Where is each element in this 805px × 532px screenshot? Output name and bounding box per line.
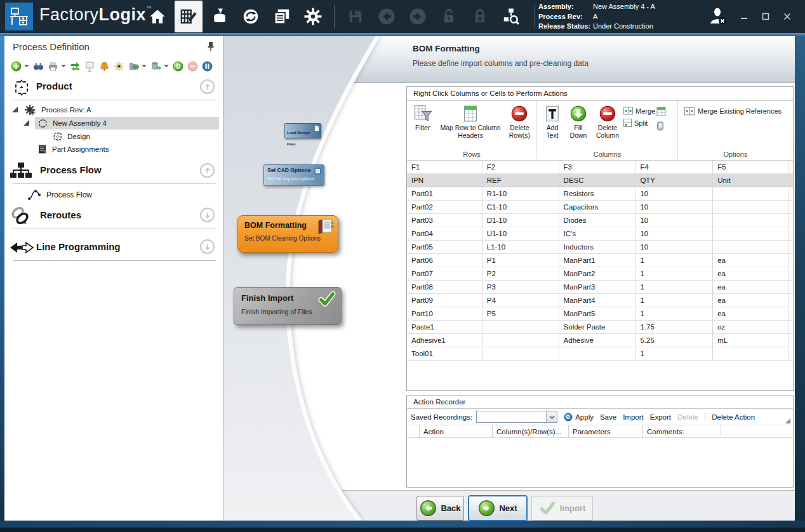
- table-row[interactable]: Part01R1-10Resistors10: [407, 187, 793, 201]
- flow-step-load-design-files[interactable]: Load Design Files: [284, 123, 321, 138]
- home-button[interactable]: [143, 3, 171, 30]
- table-cell[interactable]: IC's: [559, 227, 636, 241]
- minimize-button[interactable]: [738, 10, 750, 23]
- table-cell[interactable]: DESC: [559, 174, 636, 187]
- table-cell[interactable]: Diodes: [559, 214, 636, 227]
- print-icon[interactable]: [48, 61, 58, 72]
- export-package-icon[interactable]: [128, 61, 139, 72]
- apply-button[interactable]: Apply: [575, 413, 594, 421]
- table-cell[interactable]: QTY: [635, 174, 713, 187]
- refresh-circle-icon[interactable]: [173, 61, 183, 72]
- settings-button[interactable]: [299, 3, 327, 30]
- section-product[interactable]: Product: [4, 77, 223, 98]
- save-recording-button[interactable]: Save: [600, 413, 616, 421]
- table-cell[interactable]: Tool01: [407, 347, 482, 361]
- gear-pale-icon[interactable]: [114, 61, 124, 72]
- table-row[interactable]: Paste1Solder Paste1.75oz: [407, 321, 793, 334]
- table-cell[interactable]: [713, 187, 788, 201]
- collapse-up-button[interactable]: [200, 79, 215, 94]
- table-cell[interactable]: [713, 227, 788, 241]
- table-cell[interactable]: ea: [713, 294, 788, 307]
- delete-rows-button[interactable]: Delete Row(s): [505, 103, 534, 140]
- import-recording-button[interactable]: Import: [623, 413, 644, 421]
- table-cell[interactable]: L1-10: [482, 241, 559, 254]
- import-button-disabled[interactable]: Import: [531, 496, 593, 521]
- add-icon[interactable]: [11, 61, 22, 72]
- sync-button[interactable]: [237, 3, 265, 30]
- tree-item-part-assignments[interactable]: Part Assignments: [35, 143, 219, 156]
- table-cell[interactable]: 1.75: [635, 321, 713, 334]
- database-delete-icon[interactable]: [150, 61, 161, 72]
- table-cell[interactable]: F5: [713, 161, 788, 174]
- expander-expanded-icon[interactable]: [23, 120, 29, 126]
- delete-recording-button-disabled[interactable]: Delete: [677, 413, 698, 421]
- table-cell[interactable]: 1: [635, 254, 713, 267]
- table-cell[interactable]: Part08: [407, 281, 482, 294]
- table-cell[interactable]: 10: [635, 241, 713, 254]
- table-cell[interactable]: F1: [407, 161, 482, 174]
- split-button[interactable]: Split: [623, 119, 655, 127]
- table-cell[interactable]: ea: [713, 267, 788, 281]
- exchange-arrows-icon[interactable]: [70, 61, 81, 72]
- resize-grip[interactable]: [785, 418, 790, 423]
- merge-table-icon-button[interactable]: [656, 107, 666, 116]
- table-cell[interactable]: Part05: [407, 241, 482, 254]
- table-cell[interactable]: 1: [635, 267, 713, 281]
- table-cell[interactable]: Part09: [407, 294, 482, 307]
- table-cell[interactable]: P1: [482, 254, 559, 267]
- table-cell[interactable]: Resistors: [559, 187, 636, 201]
- add-text-button[interactable]: Add Text: [540, 103, 565, 140]
- table-cell[interactable]: D1-10: [482, 214, 559, 227]
- table-cell[interactable]: [482, 347, 559, 361]
- table-cell[interactable]: P2: [482, 267, 559, 281]
- table-row[interactable]: Tool011: [407, 347, 793, 361]
- tree-item-new-assembly-selected[interactable]: New Assembly 4: [35, 117, 219, 130]
- table-cell[interactable]: 10: [635, 201, 713, 214]
- close-button[interactable]: [781, 10, 794, 23]
- table-cell[interactable]: F4: [635, 161, 713, 174]
- bell-icon[interactable]: [99, 61, 110, 72]
- table-cell[interactable]: [713, 347, 788, 361]
- table-cell[interactable]: Part01: [407, 187, 482, 201]
- data-import-button[interactable]: [206, 3, 234, 30]
- table-cell[interactable]: 1: [635, 347, 713, 361]
- table-cell[interactable]: mL: [713, 334, 788, 347]
- back-nav-button-disabled[interactable]: [373, 3, 401, 30]
- merge-existing-references-button[interactable]: Merge Existing References: [681, 103, 782, 116]
- table-cell[interactable]: ManPart3: [559, 281, 636, 294]
- mapped-header-row[interactable]: IPNREFDESCQTYUnit: [407, 174, 793, 187]
- table-cell[interactable]: 1: [635, 281, 713, 294]
- expand-down-button[interactable]: [200, 239, 215, 254]
- table-cell[interactable]: Part03: [407, 214, 482, 227]
- table-row[interactable]: Part04U1-10IC's10: [407, 227, 793, 241]
- table-cell[interactable]: Paste1: [407, 321, 482, 334]
- table-cell[interactable]: 1: [635, 307, 713, 321]
- split-scroll-icon-button[interactable]: [656, 121, 664, 131]
- export-recording-button[interactable]: Export: [650, 413, 671, 421]
- table-cell[interactable]: [713, 241, 788, 254]
- table-cell[interactable]: C1-10: [482, 201, 559, 214]
- combo-dropdown-button[interactable]: [546, 411, 557, 422]
- process-search-button[interactable]: [497, 3, 525, 30]
- table-cell[interactable]: U1-10: [482, 227, 559, 241]
- fill-down-button[interactable]: Fill Down: [565, 103, 592, 140]
- next-button[interactable]: Next: [469, 496, 527, 521]
- section-process-flow[interactable]: Process Flow: [4, 161, 223, 182]
- table-cell[interactable]: 1: [635, 294, 713, 307]
- data-entry-button[interactable]: [175, 1, 203, 32]
- table-row[interactable]: Part03D1-10Diodes10: [407, 214, 793, 227]
- table-cell[interactable]: [559, 347, 636, 361]
- saved-recordings-combo[interactable]: [476, 411, 557, 423]
- table-cell[interactable]: F3: [559, 161, 636, 174]
- table-cell[interactable]: Part07: [407, 267, 482, 281]
- table-row[interactable]: Adhesive1Adhesive5.25mL: [407, 334, 793, 347]
- table-cell[interactable]: Inductors: [559, 241, 636, 254]
- lock-reject-button-disabled[interactable]: [466, 3, 494, 30]
- table-cell[interactable]: P5: [482, 307, 559, 321]
- recorder-col-comments[interactable]: Comments:: [643, 425, 721, 438]
- save-button-disabled[interactable]: [342, 3, 369, 30]
- table-cell[interactable]: ea: [713, 281, 788, 294]
- table-row[interactable]: Part05L1-10Inductors10: [407, 241, 793, 254]
- export-dropdown-caret[interactable]: [142, 65, 147, 67]
- flow-step-bom-formatting-active[interactable]: BOM Formatting Set BOM Cleaning Options: [237, 215, 338, 253]
